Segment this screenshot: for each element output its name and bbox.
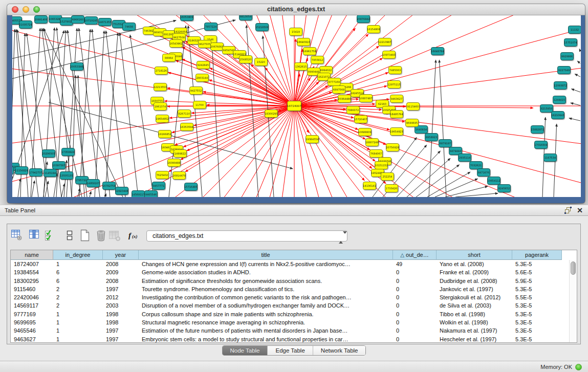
table-row[interactable]: 969969511998Structural magnetic resonanc… <box>11 318 577 326</box>
zoom-window-button[interactable] <box>33 6 40 13</box>
graph-node-label: 9227349 <box>558 69 570 72</box>
graph-node-label: 2803144 <box>197 76 208 79</box>
tab-node-table[interactable]: Node Table <box>223 346 268 355</box>
svg-text:f: f <box>128 231 132 239</box>
close-window-button[interactable] <box>12 6 18 13</box>
table-cell: 0 <box>393 277 437 285</box>
column-header-short[interactable]: short <box>437 250 512 260</box>
graph-node-label: 19654923 <box>390 130 403 133</box>
table-row[interactable]: 1456911722003Disruption of a novel membe… <box>11 301 577 310</box>
graph-node-label: 8471676 <box>478 171 489 174</box>
graph-node-label: 7625402 <box>157 173 168 177</box>
table-cell: 5.6E-5 <box>512 268 562 276</box>
column-header-title[interactable]: title <box>139 250 393 260</box>
vertical-scrollbar[interactable] <box>569 260 577 342</box>
table-row[interactable]: 1830029562008Estimation of significance … <box>11 277 577 285</box>
graph-node-label: 14136141 <box>363 184 376 187</box>
graph-node-label: 1621072 <box>318 75 330 78</box>
table-cell: Corpus callosum shape and size in male p… <box>139 310 393 318</box>
table-select-value: citations_edges.txt <box>153 232 203 239</box>
table-cell: Disruption of a novel member of a sodium… <box>139 301 393 310</box>
table-cell: Nakamura et al. (1997) <box>437 326 512 335</box>
tab-edge-table[interactable]: Edge Table <box>267 346 312 355</box>
close-panel-icon[interactable]: ✕ <box>577 206 583 214</box>
select-columns-icon[interactable] <box>44 229 56 242</box>
table-select-combobox[interactable]: citations_edges.txt <box>146 230 347 242</box>
show-column-icon[interactable] <box>29 229 41 242</box>
graph-node-label: 18640910 <box>297 40 310 43</box>
graph-node-label: 1362615 <box>295 65 307 68</box>
tab-network-table[interactable]: Network Table <box>313 346 366 355</box>
graph-node-label: 10973493 <box>382 53 395 56</box>
graph-node-label: 13505135 <box>60 174 73 177</box>
table-cell: 5.3E-5 <box>512 301 562 310</box>
table-cell: 9777169 <box>11 310 53 318</box>
table-cell: 5.3E-5 <box>512 310 562 318</box>
table-cell: Yano et al. (2008) <box>437 260 512 268</box>
table-cell: 6 <box>53 268 103 276</box>
table-cell: 1 <box>53 310 103 318</box>
row-height-icon[interactable] <box>63 229 76 242</box>
graph-node-label: 18300295 <box>265 112 277 115</box>
graph-node-label: 9463627 <box>391 97 402 100</box>
graph-node-label: 16914479 <box>172 174 185 177</box>
minimize-window-button[interactable] <box>23 6 29 13</box>
graph-node-label: 17359924 <box>61 150 74 154</box>
graph-node-label: 16961758 <box>303 50 316 53</box>
table-row[interactable]: 946554611997Estimation of the future num… <box>11 326 577 335</box>
window-titlebar[interactable]: citations_edges.txt <box>7 4 585 15</box>
table-cell: 0 <box>393 293 437 301</box>
table-cell: 2008 <box>103 260 139 268</box>
graph-node-label: 2718126 <box>156 69 167 72</box>
table-cell: 1997 <box>103 335 139 343</box>
table-cell: 2 <box>53 301 103 310</box>
graph-node-label: 1167534 <box>545 156 556 159</box>
table-cell: 5.3E-5 <box>512 260 562 268</box>
delete-table-icon[interactable] <box>95 229 107 242</box>
table-container: f(x) citations_edges.txt namein_degreeye… <box>7 224 581 344</box>
table-cell: 5.3E-5 <box>512 318 562 326</box>
column-header-name[interactable]: name <box>11 250 53 260</box>
table-cell: 5.3E-5 <box>512 335 562 343</box>
new-table-icon[interactable] <box>79 229 91 242</box>
graph-node-label: 18495764 <box>390 113 403 116</box>
table-panel-title: Table Panel <box>0 205 588 216</box>
column-header-pagerank[interactable]: pagerank <box>512 250 562 260</box>
float-window-icon[interactable] <box>564 207 572 214</box>
graph-node-label: 21035724 <box>19 23 32 26</box>
memory-status-indicator[interactable] <box>575 364 582 370</box>
function-builder-icon[interactable]: f(x) <box>127 229 140 242</box>
graph-node-label: 18807249 <box>365 141 378 144</box>
table-cell: 18300295 <box>11 277 53 285</box>
table-cell: 0 <box>393 268 437 276</box>
table-row[interactable]: 1872400712008Changes of HCN gene express… <box>11 260 577 268</box>
graph-node-label: 16543962 <box>169 42 182 45</box>
column-header-year[interactable]: year <box>103 250 139 260</box>
table-row[interactable]: 2242004622012Investigating the contribut… <box>11 293 577 301</box>
graph-node-label: 10654112 <box>487 179 500 182</box>
combobox-stepper-icon <box>339 232 343 243</box>
table-cell: Hescheler et al. (1997) <box>437 335 512 343</box>
table-cell: 2008 <box>103 277 139 285</box>
graph-node-label: 6879197 <box>440 142 451 145</box>
graph-node-label: 6897568 <box>333 88 344 91</box>
column-header-in_degree[interactable]: in_degree <box>53 250 103 260</box>
column-header-out_de[interactable]: △out_de… <box>393 250 437 260</box>
table-cell: 5.9E-5 <box>512 277 562 285</box>
graph-node-label: 9245652 <box>498 187 510 190</box>
graph-node-label: 9627508 <box>173 36 185 39</box>
graph-node-label: 1830755 <box>151 99 163 102</box>
network-window: citations_edges.txt 16405572210357242089… <box>7 4 585 203</box>
table-row[interactable]: 911546021997Tourette syndrome. Phenomeno… <box>11 285 577 293</box>
table-row[interactable]: 1938455462009Genome-wide association stu… <box>11 268 577 276</box>
table-settings-icon[interactable] <box>11 229 23 242</box>
table-row[interactable]: 977716911998Corpus callosum shape and si… <box>11 310 577 318</box>
scrollbar-thumb[interactable] <box>571 261 576 275</box>
graph-node-label: 11132 <box>571 28 579 31</box>
graph-node-label: 10688609 <box>358 130 371 134</box>
table-row[interactable]: 946362711997Embryonic stem cells: a mode… <box>11 335 577 343</box>
graph-node-label: 8215958 <box>541 107 552 110</box>
graph-node-label: 9699695 <box>406 121 418 124</box>
network-canvas[interactable]: 1640557221035724208914061065328715278024… <box>12 15 581 197</box>
graph-node[interactable] <box>12 167 14 174</box>
